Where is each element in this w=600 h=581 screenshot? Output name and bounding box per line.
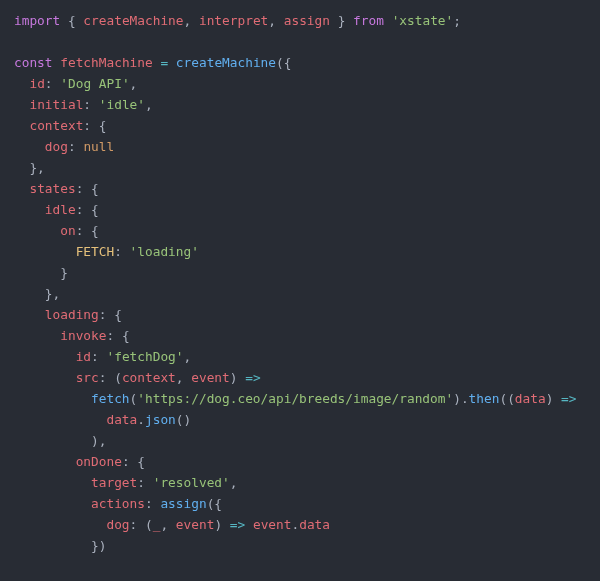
code-line: } — [14, 262, 586, 283]
code-token: }, — [14, 286, 60, 301]
code-token: 'idle' — [99, 97, 145, 112]
code-token: , — [130, 76, 138, 91]
code-token: target — [91, 475, 137, 490]
code-token: src — [76, 370, 99, 385]
code-token: : ( — [99, 370, 122, 385]
code-token — [14, 391, 91, 406]
code-line: target: 'resolved', — [14, 472, 586, 493]
code-token — [14, 517, 106, 532]
code-line: onDone: { — [14, 451, 586, 472]
code-token: , — [184, 349, 192, 364]
code-token: fetch — [91, 391, 130, 406]
code-token: : { — [99, 307, 122, 322]
code-token: 'Dog API' — [60, 76, 129, 91]
code-token — [14, 118, 29, 133]
code-line: FETCH: 'loading' — [14, 241, 586, 262]
code-token: : { — [106, 328, 129, 343]
code-token: : { — [122, 454, 145, 469]
code-token: , — [160, 517, 175, 532]
code-token: ) — [230, 370, 245, 385]
code-token: null — [83, 139, 114, 154]
code-token: { — [60, 13, 83, 28]
code-token: : — [45, 76, 60, 91]
code-token — [168, 55, 176, 70]
code-line: actions: assign({ — [14, 493, 586, 514]
code-line: id: 'fetchDog', — [14, 346, 586, 367]
code-token: createMachine — [176, 55, 276, 70]
code-token: on — [60, 223, 75, 238]
code-token: event — [253, 517, 292, 532]
code-token: states — [29, 181, 75, 196]
code-token — [14, 223, 60, 238]
code-line: dog: null — [14, 136, 586, 157]
code-token: : — [91, 349, 106, 364]
code-token: ({ — [276, 55, 291, 70]
code-token: event — [191, 370, 230, 385]
code-token — [14, 496, 91, 511]
code-line: context: { — [14, 115, 586, 136]
code-token: data — [106, 412, 137, 427]
code-token: , — [176, 370, 191, 385]
code-token — [384, 13, 392, 28]
code-line: fetch('https://dog.ceo/api/breeds/image/… — [14, 388, 586, 409]
code-token — [245, 517, 253, 532]
code-token — [14, 475, 91, 490]
code-token — [14, 139, 45, 154]
code-token: }) — [14, 538, 106, 553]
code-token: FETCH — [76, 244, 115, 259]
code-token: import — [14, 13, 60, 28]
code-line — [14, 31, 586, 52]
code-token: : — [68, 139, 83, 154]
code-token: 'fetchDog' — [106, 349, 183, 364]
code-line: src: (context, event) => — [14, 367, 586, 388]
code-line: ), — [14, 430, 586, 451]
code-token: 'https://dog.ceo/api/breeds/image/random… — [137, 391, 453, 406]
code-line: dog: (_, event) => event.data — [14, 514, 586, 535]
code-token: ) — [546, 391, 561, 406]
code-token: = — [160, 55, 168, 70]
code-token: context — [122, 370, 176, 385]
code-token: : { — [76, 181, 99, 196]
code-token — [14, 307, 45, 322]
code-token: invoke — [60, 328, 106, 343]
code-token: assign — [284, 13, 330, 28]
code-token: ) — [214, 517, 229, 532]
code-token: : { — [76, 223, 99, 238]
code-block: import { createMachine, interpret, assig… — [0, 0, 600, 566]
code-token: assign — [160, 496, 206, 511]
code-token: (( — [499, 391, 514, 406]
code-token: : { — [76, 202, 99, 217]
code-token: : { — [83, 118, 106, 133]
code-line: const fetchMachine = createMachine({ — [14, 52, 586, 73]
code-token: dog — [45, 139, 68, 154]
code-line: import { createMachine, interpret, assig… — [14, 10, 586, 31]
code-token: from — [353, 13, 384, 28]
code-token — [14, 181, 29, 196]
code-token: ({ — [207, 496, 222, 511]
code-token — [14, 97, 29, 112]
code-token — [14, 202, 45, 217]
code-token — [14, 328, 60, 343]
code-line: loading: { — [14, 304, 586, 325]
code-token: onDone — [76, 454, 122, 469]
code-token: id — [29, 76, 44, 91]
code-line: states: { — [14, 178, 586, 199]
code-line: }) — [14, 535, 586, 556]
code-token — [14, 412, 106, 427]
code-token: , — [184, 13, 199, 28]
code-line: }, — [14, 283, 586, 304]
code-line: }, — [14, 157, 586, 178]
code-token — [14, 370, 76, 385]
code-line: id: 'Dog API', — [14, 73, 586, 94]
code-token: data — [299, 517, 330, 532]
code-token: dog — [106, 517, 129, 532]
code-token: : ( — [130, 517, 153, 532]
code-token: const — [14, 55, 53, 70]
code-token — [14, 349, 76, 364]
code-token: , — [268, 13, 283, 28]
code-token: => — [230, 517, 245, 532]
code-token: event — [176, 517, 215, 532]
code-token: 'xstate' — [392, 13, 454, 28]
code-token: , — [145, 97, 153, 112]
code-token: then — [469, 391, 500, 406]
